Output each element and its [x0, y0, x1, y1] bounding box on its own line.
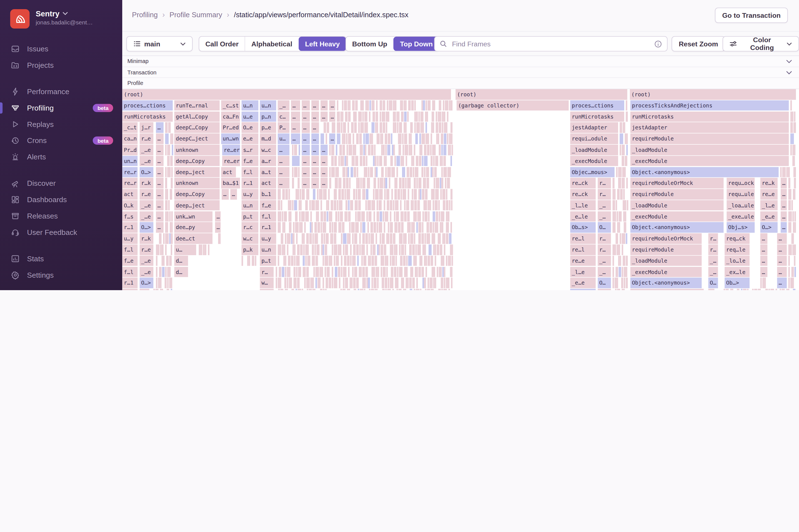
- flame-frame[interactable]: [380, 255, 384, 266]
- flame-frame[interactable]: O…e: [241, 122, 258, 133]
- flame-frame[interactable]: [303, 233, 305, 244]
- flame-frame[interactable]: _…e: [140, 267, 154, 277]
- flame-frame[interactable]: [386, 189, 389, 200]
- flame-frame[interactable]: [413, 156, 414, 166]
- flame-frame[interactable]: [444, 233, 446, 244]
- flame-frame[interactable]: [429, 244, 432, 255]
- flame-frame[interactable]: [401, 278, 404, 288]
- flame-frame[interactable]: [391, 134, 393, 144]
- flame-frame[interactable]: runMicrotasks: [630, 111, 789, 122]
- flame-frame[interactable]: [450, 223, 452, 233]
- flame-frame[interactable]: [348, 211, 351, 222]
- flame-frame[interactable]: r…k: [140, 233, 154, 244]
- flame-frame[interactable]: [304, 223, 306, 233]
- flame-frame[interactable]: [384, 223, 385, 233]
- flame-frame[interactable]: [353, 244, 356, 255]
- flame-frame[interactable]: [794, 122, 796, 133]
- flame-frame[interactable]: [387, 145, 390, 155]
- flame-frame[interactable]: [342, 145, 345, 155]
- flame-frame[interactable]: [435, 111, 437, 122]
- flame-frame[interactable]: [279, 211, 281, 222]
- flame-frame[interactable]: _exe…ule: [727, 211, 755, 222]
- flame-frame[interactable]: [396, 278, 398, 288]
- flame-frame[interactable]: u…n: [241, 100, 258, 111]
- flame-frame[interactable]: j…r: [140, 122, 154, 133]
- flame-frame[interactable]: [405, 122, 407, 133]
- flame-frame[interactable]: …: [291, 100, 300, 111]
- flame-frame[interactable]: [388, 278, 390, 288]
- flame-frame[interactable]: requi…odule: [570, 134, 618, 144]
- flame-frame[interactable]: [405, 145, 408, 155]
- flame-frame[interactable]: [357, 255, 359, 266]
- flame-frame[interactable]: r…: [598, 189, 611, 200]
- flame-frame[interactable]: [310, 211, 312, 222]
- flame-frame[interactable]: [367, 223, 369, 233]
- flame-frame[interactable]: [448, 255, 451, 266]
- flame-frame[interactable]: [359, 233, 361, 244]
- flame-frame[interactable]: d…: [174, 267, 188, 277]
- flame-frame[interactable]: p…t: [260, 255, 276, 266]
- flame-frame[interactable]: [422, 134, 425, 144]
- flame-frame[interactable]: [294, 145, 297, 155]
- flame-frame[interactable]: [296, 255, 300, 266]
- flame-frame[interactable]: [451, 255, 453, 266]
- flame-frame[interactable]: [305, 255, 307, 266]
- flame-frame[interactable]: [341, 233, 342, 244]
- flame-frame[interactable]: [328, 189, 330, 200]
- flame-frame[interactable]: [409, 244, 412, 255]
- flame-frame[interactable]: …: [777, 244, 787, 255]
- flame-frame[interactable]: [165, 223, 168, 233]
- flame-frame[interactable]: [343, 233, 347, 244]
- flame-frame[interactable]: un…wn: [221, 134, 240, 144]
- flame-frame[interactable]: [292, 167, 294, 177]
- flame-frame[interactable]: [167, 211, 169, 222]
- flame-frame[interactable]: requireModuleOrMock: [630, 178, 724, 189]
- flame-frame[interactable]: re…ck: [570, 178, 596, 189]
- flame-frame[interactable]: [747, 289, 749, 290]
- flame-frame[interactable]: [617, 289, 620, 290]
- flame-frame[interactable]: …: [222, 189, 229, 200]
- flame-frame[interactable]: [616, 167, 618, 177]
- flame-frame[interactable]: [331, 200, 333, 211]
- flame-frame[interactable]: [382, 233, 385, 244]
- flame-frame[interactable]: [295, 211, 298, 222]
- view-top-down-button[interactable]: Top Down: [393, 37, 439, 51]
- flame-frame[interactable]: r…: [708, 233, 718, 244]
- flame-frame[interactable]: [305, 200, 308, 211]
- flame-frame[interactable]: r…: [598, 244, 611, 255]
- sidebar-item-alerts[interactable]: Alerts: [0, 149, 122, 165]
- flame-frame[interactable]: [792, 211, 794, 222]
- flame-frame[interactable]: [392, 289, 394, 290]
- flame-frame[interactable]: [759, 289, 761, 290]
- flame-frame[interactable]: [393, 233, 395, 244]
- flame-frame[interactable]: proces…ctions: [570, 100, 624, 111]
- flame-frame[interactable]: [278, 223, 281, 233]
- breadcrumb-profiling[interactable]: Profiling: [132, 11, 158, 19]
- color-coding-dropdown[interactable]: Color Coding: [723, 36, 799, 51]
- flame-frame[interactable]: [619, 211, 622, 222]
- flame-frame[interactable]: [794, 178, 796, 189]
- flame-frame[interactable]: [422, 267, 424, 277]
- flame-frame[interactable]: re…l: [570, 233, 596, 244]
- flame-frame[interactable]: [427, 134, 429, 144]
- flame-frame[interactable]: [360, 100, 364, 111]
- flame-frame[interactable]: ca…Fn: [221, 111, 240, 122]
- flame-frame[interactable]: [435, 255, 436, 266]
- flame-frame[interactable]: _c…st: [221, 100, 240, 111]
- flame-frame[interactable]: _…: [278, 100, 290, 111]
- flame-frame[interactable]: [626, 278, 628, 288]
- flame-frame[interactable]: [376, 289, 378, 290]
- flame-frame[interactable]: [360, 267, 362, 277]
- flame-frame[interactable]: [613, 200, 615, 211]
- flame-frame[interactable]: [301, 211, 305, 222]
- flame-frame[interactable]: [332, 267, 333, 277]
- flame-frame[interactable]: …: [760, 244, 768, 255]
- flame-frame[interactable]: [390, 278, 393, 288]
- flame-frame[interactable]: [345, 244, 348, 255]
- flame-frame[interactable]: [165, 178, 167, 189]
- flame-frame[interactable]: _l…e: [570, 267, 596, 277]
- flame-frame[interactable]: [432, 122, 434, 133]
- flame-frame[interactable]: r…e: [140, 134, 154, 144]
- flame-frame[interactable]: [425, 189, 428, 200]
- flame-frame[interactable]: [426, 267, 427, 277]
